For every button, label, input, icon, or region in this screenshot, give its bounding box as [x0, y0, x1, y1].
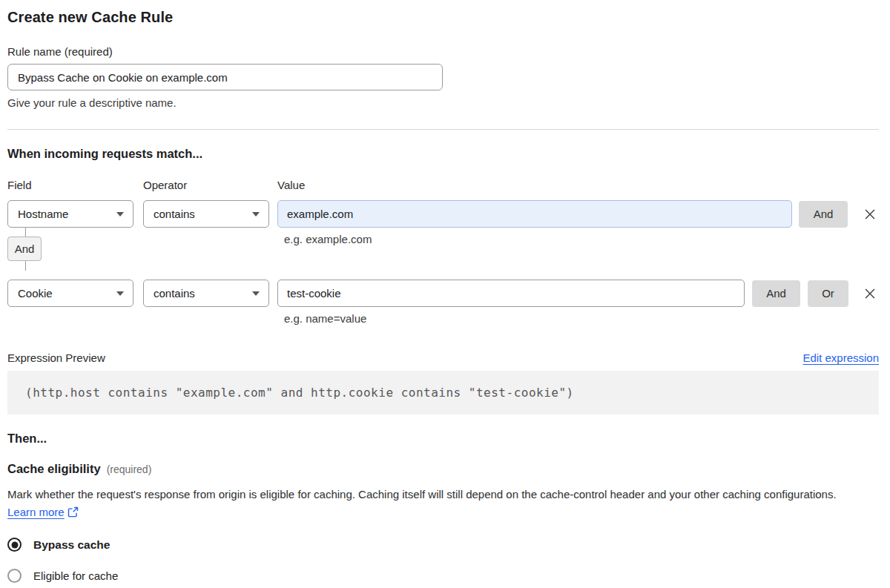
then-heading: Then... [7, 432, 879, 446]
expression-preview-code: (http.host contains "example.com" and ht… [7, 371, 879, 414]
value-hint-row-1: e.g. example.com [284, 233, 372, 245]
cache-eligibility-heading: Cache eligibility [7, 462, 101, 476]
chevron-down-icon [252, 212, 260, 217]
value-column-label: Value [277, 179, 305, 191]
bypass-cache-label: Bypass cache [33, 538, 110, 552]
condition-row-2: Cookie contains And Or [7, 280, 879, 307]
connector-line-top [25, 228, 26, 237]
rule-name-label: Rule name (required) [7, 45, 879, 58]
chevron-down-icon [116, 291, 124, 296]
close-icon [863, 207, 877, 222]
required-note: (required) [107, 463, 152, 475]
value-input-row-2[interactable] [277, 280, 745, 307]
expression-preview-label: Expression Preview [7, 351, 105, 364]
operator-column-label: Operator [143, 179, 277, 191]
rule-name-help: Give your rule a descriptive name. [7, 96, 879, 109]
rule-name-input[interactable] [7, 64, 443, 90]
operator-select-row-1[interactable]: contains [143, 200, 269, 228]
or-button-row-2[interactable]: Or [808, 280, 848, 307]
field-select-row-1-value: Hostname [18, 208, 68, 220]
operator-select-row-2[interactable]: contains [143, 280, 269, 307]
description-text: Mark whether the request's response from… [7, 488, 837, 501]
remove-row-1-button[interactable] [861, 200, 879, 228]
external-link-icon [67, 506, 79, 518]
create-cache-rule-form: Create new Cache Rule Rule name (require… [0, 0, 890, 588]
learn-more-link[interactable]: Learn more [7, 506, 65, 518]
operator-select-row-1-value: contains [154, 208, 195, 220]
chevron-down-icon [116, 212, 124, 217]
section-divider [7, 129, 879, 130]
remove-row-2-button[interactable] [861, 280, 879, 307]
field-column-label: Field [7, 179, 143, 191]
condition-column-labels: Field Operator Value [7, 179, 879, 191]
value-input-row-1[interactable] [277, 200, 792, 228]
value-hint-row-2: e.g. name=value [284, 312, 879, 325]
condition-row-1: Hostname contains And [7, 200, 879, 228]
eligible-for-cache-option[interactable]: Eligible for cache [7, 569, 879, 583]
close-icon [863, 286, 877, 301]
and-connector-button[interactable]: And [7, 237, 42, 261]
field-select-row-1[interactable]: Hostname [7, 200, 134, 228]
cache-eligibility-header: Cache eligibility (required) [7, 462, 879, 476]
field-select-row-2-value: Cookie [18, 287, 53, 300]
row-connector-area: e.g. example.com And [7, 228, 879, 271]
operator-select-row-2-value: contains [154, 287, 195, 300]
connector-line-bottom [25, 261, 26, 271]
radio-selected-icon[interactable] [7, 538, 22, 552]
and-button-row-2[interactable]: And [752, 280, 800, 307]
expression-preview-header: Expression Preview Edit expression [7, 351, 879, 364]
edit-expression-link[interactable]: Edit expression [802, 351, 879, 364]
chevron-down-icon [252, 291, 260, 296]
field-select-row-2[interactable]: Cookie [7, 280, 134, 307]
expression-code-text: (http.host contains "example.com" and ht… [25, 386, 574, 400]
and-button-row-1[interactable]: And [799, 201, 848, 228]
bypass-cache-option[interactable]: Bypass cache [7, 538, 879, 552]
match-heading: When incoming requests match... [7, 147, 879, 161]
page-title: Create new Cache Rule [7, 9, 879, 26]
cache-eligibility-description: Mark whether the request's response from… [7, 486, 859, 521]
eligible-for-cache-label: Eligible for cache [33, 569, 118, 582]
radio-unselected-icon[interactable] [7, 569, 22, 583]
